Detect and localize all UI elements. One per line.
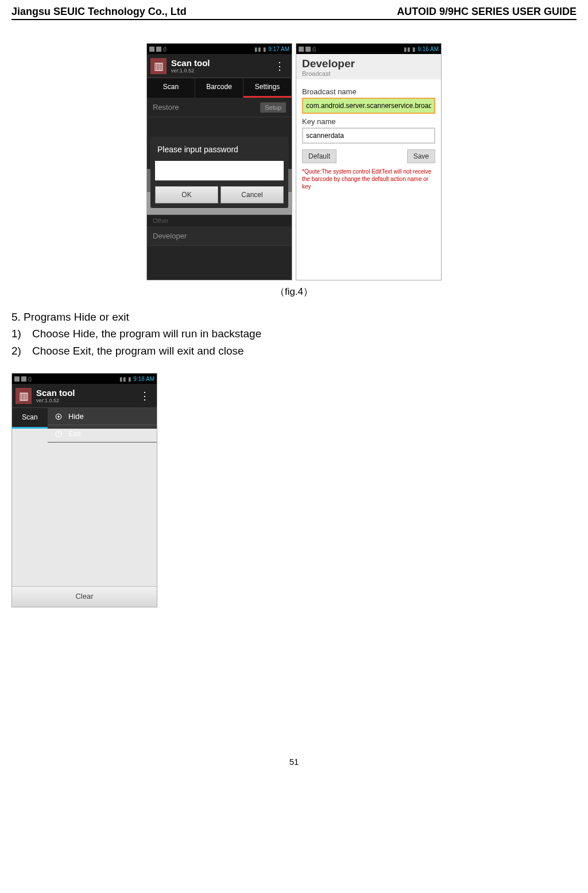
clear-button[interactable]: Clear [12, 586, 157, 607]
signal-icon: ▮▮ [254, 46, 261, 52]
screenshot-hide-exit: ⎙ ▮▮ ▮ 9:18 AM ▥ Scan tool ver:1.0.52 ⋮ … [11, 373, 157, 607]
usb-icon: ⎙ [163, 46, 167, 52]
tab-scan[interactable]: Scan [12, 408, 48, 429]
tab-barcode[interactable]: Barcode [195, 78, 243, 98]
menu-exit[interactable]: Exit [48, 425, 157, 442]
app-version: ver:1.0.52 [36, 398, 131, 403]
dialog-title: Please input password [155, 141, 284, 157]
page-header: Jiangsu SEUIC Technology Co., Ltd AUTOID… [11, 6, 577, 20]
developer-title: Developer [302, 57, 435, 70]
screenshot-scan-tool-password: ⎙ ▮▮ ▮ 9:17 AM ▥ Scan tool ver:1.0.52 ⋮ … [146, 43, 292, 280]
status-bar: ⎙ ▮▮ ▮ 9:16 AM [296, 44, 441, 54]
password-input[interactable] [155, 161, 284, 180]
exit-icon [55, 430, 63, 438]
default-button[interactable]: Default [302, 149, 336, 163]
status-icon [299, 47, 304, 52]
battery-icon: ▮ [412, 46, 416, 52]
list-item-2: 2) Choose Exit, the program will exit an… [11, 342, 577, 359]
header-right: AUTOID 9/9HC SERIES USER GUIDE [397, 6, 577, 18]
signal-icon: ▮▮ [119, 376, 126, 382]
list-text: Choose Hide, the program will run in bac… [32, 325, 577, 342]
figure-4: ⎙ ▮▮ ▮ 9:17 AM ▥ Scan tool ver:1.0.52 ⋮ … [11, 43, 577, 280]
password-dialog: Please input password OK Cancel [150, 137, 288, 208]
app-icon: ▥ [150, 58, 167, 74]
title-bar: ▥ Scan tool ver:1.0.52 ⋮ [12, 384, 157, 408]
status-icon [149, 47, 154, 52]
menu-exit-label: Exit [68, 429, 81, 438]
list-text: Choose Exit, the program will exit and c… [32, 342, 577, 359]
header-left: Jiangsu SEUIC Technology Co., Ltd [11, 6, 187, 18]
usb-icon: ⎙ [28, 376, 32, 382]
clock: 9:16 AM [417, 46, 439, 52]
list-item-1: 1) Choose Hide, the program will run in … [11, 325, 577, 342]
tab-settings[interactable]: Settings [243, 78, 292, 98]
broadcast-input[interactable] [302, 98, 435, 114]
tab-scan[interactable]: Scan [147, 78, 195, 98]
save-button[interactable]: Save [407, 149, 435, 163]
developer-header: Developer Broadcast [296, 54, 441, 79]
battery-icon: ▮ [263, 46, 266, 52]
overflow-menu: Hide Exit [48, 408, 157, 429]
clock: 9:18 AM [133, 376, 154, 382]
overflow-menu-icon[interactable]: ⋮ [271, 60, 288, 72]
signal-icon: ▮▮ [404, 46, 411, 52]
overflow-menu-icon[interactable]: ⋮ [136, 390, 153, 402]
clock: 9:17 AM [268, 46, 289, 52]
battery-icon: ▮ [128, 376, 131, 382]
tab-bar: Scan Barcode Settings [147, 78, 292, 98]
app-title: Scan tool [171, 58, 266, 68]
app-icon: ▥ [16, 388, 32, 404]
menu-hide-label: Hide [68, 412, 84, 421]
status-bar: ⎙ ▮▮ ▮ 9:18 AM [12, 374, 157, 384]
status-icon [156, 47, 161, 52]
cancel-button[interactable]: Cancel [220, 186, 284, 203]
status-icon [305, 47, 311, 52]
usb-icon: ⎙ [312, 46, 316, 52]
app-title: Scan tool [36, 388, 131, 398]
title-bar: ▥ Scan tool ver:1.0.52 ⋮ [147, 54, 292, 78]
status-icon [21, 376, 26, 382]
ok-button[interactable]: OK [155, 186, 218, 203]
app-version: ver:1.0.52 [171, 68, 266, 74]
figure-caption: （fig.4） [11, 285, 577, 298]
svg-point-1 [57, 415, 60, 418]
broadcast-label: Broadcast name [302, 87, 435, 96]
list-number: 1) [11, 325, 32, 342]
key-label: Key name [302, 117, 435, 126]
section-heading: 5. Programs Hide or exit [11, 309, 577, 325]
status-icon [14, 376, 20, 382]
screenshot-developer: ⎙ ▮▮ ▮ 9:16 AM Developer Broadcast Broad… [296, 43, 442, 280]
key-input[interactable] [302, 128, 435, 144]
warning-text: *Quote:The system control EditText will … [302, 168, 435, 190]
menu-hide[interactable]: Hide [48, 408, 157, 425]
list-number: 2) [11, 342, 32, 359]
hide-icon [55, 413, 63, 421]
status-bar: ⎙ ▮▮ ▮ 9:17 AM [147, 44, 292, 54]
developer-subtitle: Broadcast [302, 70, 435, 77]
page-number: 51 [11, 757, 577, 767]
